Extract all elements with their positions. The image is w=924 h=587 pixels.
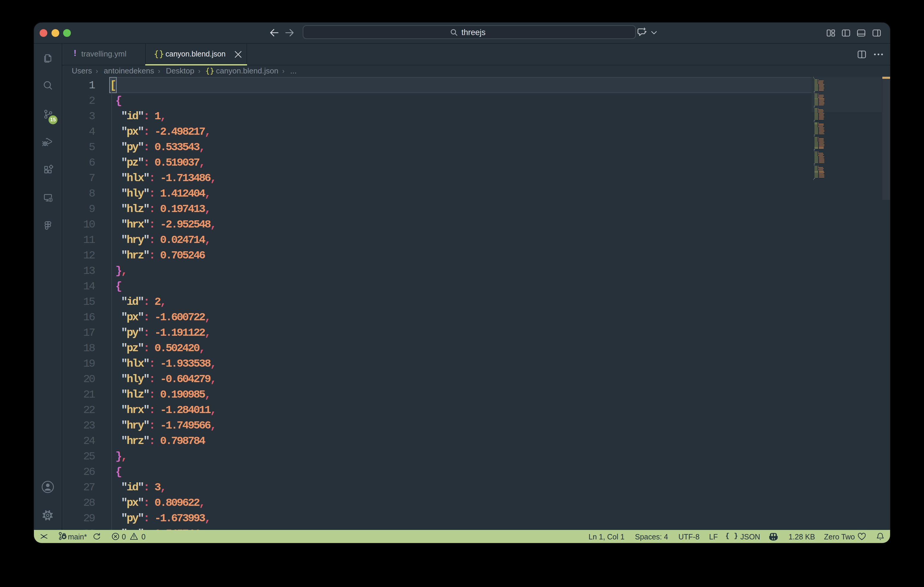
svg-text:✱: ✱ bbox=[63, 535, 66, 539]
